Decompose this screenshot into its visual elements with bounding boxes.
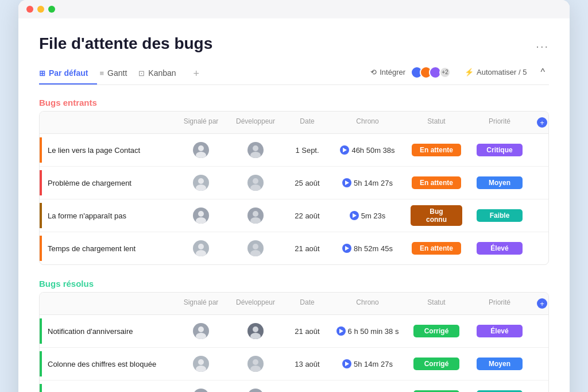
tabs-bar: ⊞ Par défaut ≡ Gantt ⊡ Kanban + ⟲ Intégr… [39, 63, 549, 85]
dev-avatar [247, 207, 264, 224]
integrer-button[interactable]: ⟲ Intégrer +2 [366, 64, 455, 80]
priorite-badge: Moyen [477, 176, 523, 189]
actions-cell [531, 328, 548, 335]
priorite-badge: Critique [477, 144, 523, 156]
statut-cell: Corrigé [405, 354, 468, 374]
svg-point-3 [250, 152, 261, 158]
chrono-cell: 5m 23s [330, 207, 405, 224]
svg-point-22 [253, 359, 258, 365]
tab-par-defaut[interactable]: ⊞ Par défaut [39, 64, 97, 84]
row-bar [40, 384, 42, 392]
chrono-cell: 5h 14m 27s [330, 175, 405, 191]
maximize-dot[interactable] [48, 6, 55, 13]
svg-point-16 [198, 326, 204, 332]
tab-gantt[interactable]: ≡ Gantt [99, 64, 136, 84]
reporter-avatar [193, 240, 209, 256]
reporter-cell [175, 139, 227, 162]
actions-cell [531, 360, 548, 367]
svg-point-11 [250, 217, 261, 224]
svg-point-6 [253, 178, 258, 184]
col-name-1 [40, 115, 175, 130]
chrono-cell: 6 h 50 min 38 s [330, 323, 405, 339]
reporter-cell [175, 352, 227, 375]
bugs-entrants-header: Bugs entrants [39, 98, 549, 107]
minimize-dot[interactable] [37, 6, 44, 13]
row-label: Le lien vers la page Contact [42, 146, 140, 155]
priorite-cell: Élevé [468, 239, 531, 258]
chrono-value: 5h 14m 27s [354, 179, 393, 187]
statut-cell: En attente [405, 140, 468, 160]
col-reporter-1: Signalé par [175, 115, 227, 130]
dev-avatar [247, 356, 264, 372]
svg-point-0 [198, 145, 204, 151]
col-dev-1: Développeur [227, 115, 284, 130]
col-chrono-1: Chrono [330, 115, 405, 130]
automatiser-icon: ⚡ [465, 68, 474, 76]
chrono-value: 46h 50m 38s [351, 146, 394, 155]
date-cell: 27 juil. [284, 389, 330, 393]
col-statut-1: Statut [405, 115, 468, 130]
tab-kanban[interactable]: ⊡ Kanban [138, 64, 185, 84]
col-priorite-2: Priorité [468, 296, 531, 311]
svg-point-2 [253, 145, 258, 151]
bugs-resolus-title: Bugs résolus [39, 279, 94, 289]
bugs-resolus-section: Bugs résolus Signalé par Développeur Dat… [39, 279, 549, 392]
reporter-cell [175, 320, 227, 343]
svg-point-13 [196, 250, 206, 256]
priorite-badge: Élevé [477, 325, 523, 337]
svg-point-8 [198, 211, 204, 217]
reporter-avatar [193, 389, 209, 392]
statut-cell: Corrigé [405, 321, 468, 341]
page-title: File d'attente des bugs [39, 34, 212, 53]
play-icon [340, 145, 349, 155]
svg-point-12 [198, 244, 204, 249]
svg-point-20 [198, 359, 204, 365]
chrono-cell: 1h 55m 2s [330, 389, 405, 392]
reporter-avatar [193, 175, 209, 191]
bugs-entrants-section: Bugs entrants Signalé par Développeur Da… [39, 98, 549, 265]
play-icon [342, 359, 351, 368]
collapse-button[interactable]: ^ [536, 66, 549, 79]
reporter-cell [175, 385, 227, 392]
reporter-avatar [193, 142, 209, 158]
integrer-label: Intégrer [380, 68, 405, 76]
svg-point-14 [253, 244, 258, 249]
date-cell: 21 août [284, 324, 330, 339]
priorite-cell: Critique [468, 140, 531, 160]
row-label-cell: Colonne des chiffres est bloquée [40, 348, 175, 380]
svg-point-4 [198, 178, 204, 184]
chrono-value: 6 h 50 min 38 s [348, 327, 399, 336]
close-dot[interactable] [26, 6, 33, 13]
col-chrono-2: Chrono [330, 296, 405, 311]
reporter-cell [175, 237, 227, 260]
col-add-2: + [531, 296, 548, 311]
svg-point-15 [250, 250, 261, 256]
priorite-cell: Moyen [468, 354, 531, 374]
table-row: Problème de chargement 25 août [40, 167, 548, 199]
tab-add-button[interactable]: + [188, 63, 206, 84]
dev-cell [227, 352, 284, 375]
dev-cell [227, 237, 284, 260]
statut-cell: Bug connu [405, 202, 468, 229]
actions-cell [531, 179, 548, 186]
col-date-2: Date [284, 296, 330, 311]
automatiser-label: Automatiser / 5 [477, 68, 527, 76]
automatiser-button[interactable]: ⚡ Automatiser / 5 [461, 66, 531, 78]
reporter-avatar [193, 323, 209, 339]
col-priorite-1: Priorité [468, 115, 531, 130]
date-cell: 1 Sept. [284, 143, 330, 158]
titlebar [18, 0, 570, 18]
row-label: Notification d'anniversaire [42, 327, 133, 336]
actions-cell [531, 147, 548, 153]
date-cell: 13 août [284, 356, 330, 372]
statut-badge: Corrigé [413, 358, 459, 370]
dev-avatar [247, 323, 264, 339]
priorite-cell: Faible [468, 206, 531, 225]
reporter-avatar [193, 207, 209, 224]
svg-point-23 [250, 366, 261, 372]
play-icon [342, 178, 351, 187]
chrono-cell: 5h 14m 27s [330, 356, 405, 372]
row-label-cell: Notification d'anniversaire [40, 315, 175, 347]
more-button[interactable]: ... [536, 37, 549, 51]
priorite-badge: Faible [477, 209, 523, 222]
